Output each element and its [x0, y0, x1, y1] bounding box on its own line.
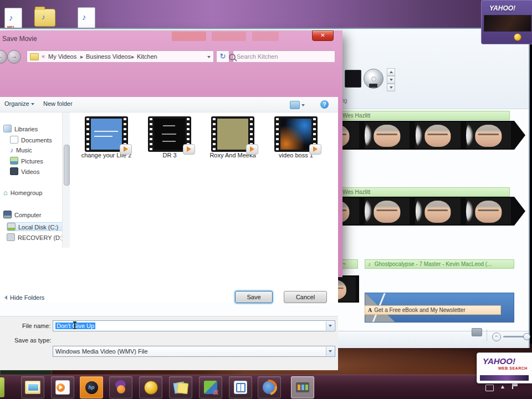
- ribbon-gallery-item-widescreen-icon[interactable]: [345, 70, 361, 88]
- tray-show-hidden-icons[interactable]: ▲: [500, 383, 505, 390]
- scrollbar-thumb[interactable]: [64, 145, 70, 186]
- cancel-button[interactable]: Cancel: [284, 291, 327, 303]
- close-button[interactable]: ✕: [312, 30, 334, 41]
- breadcrumb-item[interactable]: My Videos: [48, 53, 76, 60]
- nav-label: Local Disk (C:): [18, 224, 58, 231]
- caption-clip-bar[interactable]: AGet a Free eBook and My Newsletter: [365, 305, 501, 315]
- clip-title-bar[interactable]: Wes Hazlitt: [339, 187, 510, 197]
- file-item[interactable]: change your Life 2: [79, 116, 134, 159]
- new-folder-button[interactable]: New folder: [43, 100, 73, 107]
- head-shape: [117, 385, 125, 393]
- folder-icon: ♪: [34, 9, 55, 27]
- file-name-dropdown[interactable]: [326, 321, 334, 330]
- save-as-type-select[interactable]: Windows Media Video (WMV) File: [53, 346, 335, 357]
- taskbar-item-writer[interactable]: [229, 376, 252, 398]
- yahoo-search-gadget[interactable]: YAHOO! WEB SEARCH: [477, 352, 532, 383]
- forward-button[interactable]: →: [7, 50, 21, 64]
- video-thumbnail: [274, 116, 318, 152]
- taskbar-item-hp[interactable]: hp: [80, 376, 103, 398]
- play-overlay-icon: [120, 144, 132, 155]
- clip-frame: [415, 122, 461, 149]
- taskbar-item-firefox[interactable]: [258, 376, 281, 398]
- nav-scrollbar[interactable]: [62, 112, 70, 248]
- chevron-down-icon: [329, 350, 332, 352]
- nav-label: Videos: [21, 168, 39, 175]
- new-folder-label: New folder: [43, 100, 73, 107]
- file-item[interactable]: DR 3: [142, 116, 197, 159]
- taskbar-item-app-with-x[interactable]: [199, 376, 222, 398]
- help-button[interactable]: ?: [320, 100, 329, 109]
- window-glare: [416, 124, 422, 147]
- chevron-down-icon: [329, 325, 332, 327]
- zoom-out-button[interactable]: −: [492, 332, 501, 341]
- tray-action-center-flag-icon[interactable]: [512, 383, 513, 389]
- nav-documents[interactable]: Documents: [10, 136, 52, 144]
- preview-size-icon[interactable]: [472, 328, 482, 336]
- breadcrumb-item[interactable]: Kitchen: [137, 53, 157, 60]
- window-glare: [365, 200, 371, 223]
- zoom-slider-handle[interactable]: [523, 333, 530, 340]
- address-dropdown-caret[interactable]: [207, 56, 211, 58]
- file-item[interactable]: Roxy And Meeka: [205, 116, 260, 159]
- views-button[interactable]: [290, 101, 305, 109]
- breadcrumb-separator: ▸: [78, 53, 86, 60]
- taskbar-item-media-player[interactable]: [51, 376, 74, 398]
- yahoo-logo: YAHOO!: [483, 356, 515, 366]
- thumbnail-image: [91, 119, 122, 150]
- character-icon: [114, 380, 127, 395]
- video-thumbnail: [211, 116, 254, 152]
- ribbon-tab-ghost: [172, 32, 206, 41]
- save-button[interactable]: Save: [235, 291, 273, 303]
- music-note-icon: ♪: [368, 261, 371, 267]
- gadget-photo-strip: [480, 375, 529, 381]
- taskbar-item-movie-maker-active[interactable]: [291, 376, 314, 398]
- hide-folders-button[interactable]: Hide Folders: [4, 294, 44, 301]
- window-glare: [416, 200, 422, 223]
- search-placeholder: Search Kitchen: [237, 53, 278, 60]
- tray-display-icon[interactable]: [485, 385, 494, 391]
- desktop-icon-wma-file[interactable]: ♪: [78, 7, 95, 29]
- search-box[interactable]: Search Kitchen: [233, 50, 335, 63]
- desktop-icon-music-folder[interactable]: ♪: [34, 9, 55, 27]
- text-clip-icon: A: [368, 307, 372, 313]
- nav-music[interactable]: ♪Music: [10, 146, 32, 154]
- nav-videos[interactable]: Videos: [10, 167, 39, 175]
- gallery-scroll-up-button[interactable]: [387, 68, 395, 76]
- file-item[interactable]: video boss 1: [268, 116, 324, 159]
- status-divider: [487, 329, 487, 341]
- address-bar[interactable]: « My Videos ▸ Business Videos ▸ Kitchen: [27, 50, 214, 63]
- chevron-down-icon: [390, 79, 393, 81]
- desktop-icon-mp3-file[interactable]: ♪ MP3: [4, 8, 22, 30]
- breadcrumb-item[interactable]: Business Videos: [86, 53, 131, 60]
- save-as-type-dropdown[interactable]: [326, 347, 334, 356]
- nav-label: RECOVERY (D:): [18, 234, 64, 241]
- homegroup-icon: ⌂: [3, 188, 8, 197]
- gallery-scroll-down-button[interactable]: [387, 76, 395, 84]
- gallery-expand-button[interactable]: [387, 84, 395, 91]
- nav-libraries[interactable]: Libraries: [3, 125, 38, 132]
- back-button[interactable]: ←: [0, 50, 7, 64]
- nav-computer[interactable]: Computer: [3, 211, 41, 218]
- taskbar-item-photo-gallery[interactable]: [21, 376, 44, 398]
- nav-local-disk[interactable]: Local Disk (C:): [7, 222, 65, 231]
- taskbar-item-coin-app[interactable]: [139, 376, 162, 398]
- file-name-input[interactable]: Don't Give Up: [53, 320, 335, 331]
- dialog-client: Organize New folder ? Libraries Document…: [0, 97, 338, 303]
- taskbar-item-messenger[interactable]: [109, 376, 132, 398]
- nav-recovery[interactable]: RECOVERY (D:): [7, 233, 64, 241]
- clip-title-bar[interactable]: Wes Hazlitt: [339, 111, 510, 120]
- breadcrumb-collapse[interactable]: «: [39, 53, 47, 59]
- music-note-icon: ♪: [9, 13, 13, 22]
- ribbon-gallery-item-disc-icon[interactable]: [364, 69, 383, 89]
- nav-homegroup[interactable]: ⌂Homegroup: [3, 188, 42, 197]
- organize-button[interactable]: Organize: [4, 100, 34, 107]
- nav-pictures[interactable]: Pictures: [10, 157, 43, 165]
- music-clip-title-bar[interactable]: ♪ Ghostpocalypse - 7 Master - Kevin MacL…: [365, 259, 514, 269]
- taskbar-item-partial[interactable]: [0, 377, 4, 397]
- writer-icon: [234, 381, 247, 394]
- refresh-button[interactable]: ↻: [216, 50, 229, 63]
- yahoo-gadget[interactable]: YAHOO!: [481, 0, 532, 44]
- taskbar: hp ▲: [0, 375, 532, 399]
- music-icon: ♪: [10, 146, 13, 154]
- taskbar-item-sticky-notes[interactable]: [169, 376, 192, 398]
